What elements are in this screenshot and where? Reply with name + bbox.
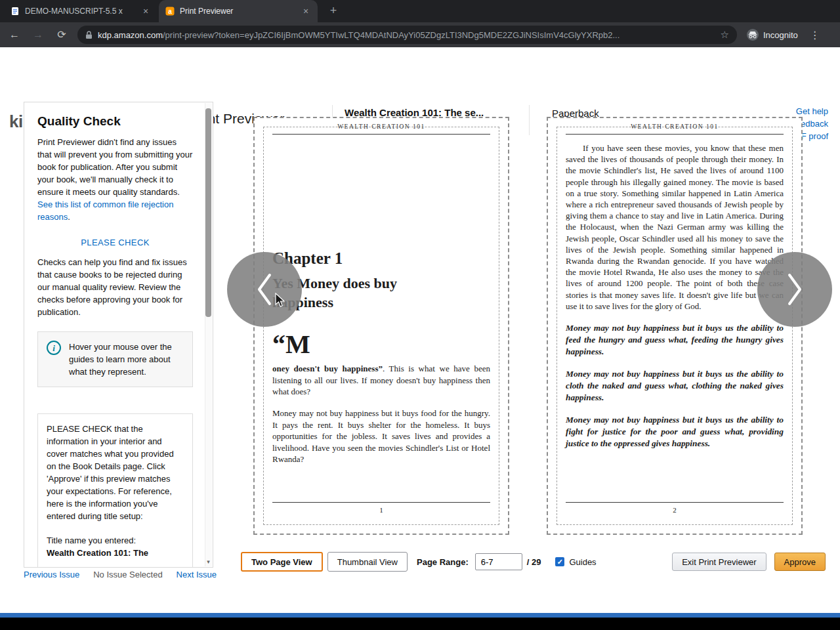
title-entered-label: Title name you entered: [47,534,184,547]
url-path: /print-preview?token=eyJpZCI6IjBmOWM5YTI… [163,30,620,40]
info-icon: i [47,341,61,355]
get-help-link[interactable]: Get help [742,105,828,117]
star-icon[interactable]: ☆ [721,29,729,41]
document-favicon-icon [10,7,20,16]
preview-toolbar: Two Page View Thumbnail View Page Range:… [241,551,826,572]
close-tab-icon[interactable]: × [140,6,151,16]
dropcap: “M [272,331,490,358]
hover-tip-text: Hover your mouse over the guides to lear… [69,341,184,378]
page-content: WEALTH CREATION 101 If you have seen the… [566,123,784,528]
rejection-reasons-link[interactable]: See this list of common file rejection r… [37,200,173,222]
screen: DEMO-MANUSCRIPT-5.5 x × a Print Previewe… [0,0,840,630]
url-text: kdp.amazon.com/print-preview?token=eyJpZ… [98,30,715,40]
body-paragraph: If you have seen these movies, you know … [566,142,784,312]
quote-paragraph: Money may not buy happiness but it buys … [566,414,784,450]
chevron-right-icon [782,271,808,308]
title-entered-value: Wealth Creation 101: The [47,547,184,559]
tab-demo-manuscript[interactable]: DEMO-MANUSCRIPT-5.5 x × [4,0,158,22]
incognito-icon [746,28,759,41]
intro-text: Print Previewer didn't find any issues t… [37,137,192,197]
back-icon[interactable]: ← [5,26,24,44]
chapter-title: Chapter 1 [272,249,490,268]
page-total: / 29 [527,557,541,567]
footer-black-area [0,618,840,630]
url-domain: kdp.amazon.com [98,30,163,40]
body-paragraph: oney doesn't buy happiness”. This is wha… [272,363,490,397]
previous-page-button[interactable] [227,252,302,327]
next-page-button[interactable] [757,252,832,327]
title-setup-text: PLEASE CHECK that the information in you… [47,423,184,522]
new-tab-button[interactable]: + [326,3,341,19]
title-setup-box: PLEASE CHECK that the information in you… [37,413,193,568]
foot-rule [272,502,490,503]
scrollbar-thumb[interactable] [205,108,211,317]
preview-page-right: WEALTH CREATION 101 If you have seen the… [547,117,803,535]
body-paragraph: Money may not buy happiness but it buys … [272,408,490,465]
running-head: WEALTH CREATION 101 [272,123,490,130]
page-number: 1 [272,506,490,514]
tab-title: DEMO-MANUSCRIPT-5.5 x [25,7,135,16]
approve-button[interactable]: Approve [774,553,826,571]
page-range-input[interactable] [475,553,522,570]
guides-checkbox[interactable]: ✓ [555,557,564,566]
tab-title: Print Previewer [180,7,295,16]
please-check-heading: PLEASE CHECK [37,238,193,247]
hover-tip-box: i Hover your mouse over the guides to le… [37,331,193,387]
page-range-label: Page Range: [417,557,469,567]
kdp-header: kindle direct publishing Print Previewer… [0,47,840,100]
quote-paragraph: Money may not buy happiness but it buys … [566,368,784,404]
browser-navbar: ← → ⟳ kdp.amazon.com/print-preview?token… [0,22,840,47]
page-number: 2 [566,506,784,514]
chapter-block: Chapter 1 Yes Money does buy happiness [272,249,490,312]
browser-tab-strip: DEMO-MANUSCRIPT-5.5 x × a Print Previewe… [0,0,840,22]
footer-blue-bar [0,613,840,618]
preview-page-left: WEALTH CREATION 101 Chapter 1 Yes Money … [253,117,509,535]
close-tab-icon[interactable]: × [301,6,311,16]
quality-check-intro: Print Previewer didn't find any issues t… [37,136,193,223]
three-dot-menu-icon[interactable]: ⋮ [807,29,823,41]
guides-label: Guides [569,557,596,567]
exit-print-previewer-button[interactable]: Exit Print Previewer [672,553,766,571]
head-rule [566,134,784,135]
thumbnail-view-button[interactable]: Thumbnail View [327,552,408,572]
scroll-down-icon[interactable]: ▾ [205,558,211,565]
foot-rule [566,502,784,503]
page-content: WEALTH CREATION 101 Chapter 1 Yes Money … [272,123,490,528]
issue-status: No Issue Selected [93,570,163,579]
svg-text:a: a [168,8,172,15]
quality-check-title: Quality Check [37,114,193,129]
paragraph-bold-lead: oney doesn't buy happiness” [272,364,383,373]
issue-navigation: Previous Issue No Issue Selected Next Is… [24,570,217,579]
previous-issue-link[interactable]: Previous Issue [24,570,79,579]
quality-check-panel: Quality Check Print Previewer didn't fin… [24,102,213,568]
quote-paragraph: Money may not buy happiness but it buys … [566,322,784,358]
page-footer: 1 [272,502,490,514]
running-head: WEALTH CREATION 101 [566,123,784,130]
reload-icon[interactable]: ⟳ [52,26,71,44]
page-footer: 2 [566,502,784,514]
url-bar[interactable]: kdp.amazon.com/print-preview?token=eyJpZ… [77,26,737,44]
tab-print-previewer[interactable]: a Print Previewer × [159,0,318,22]
forward-icon[interactable]: → [29,26,47,44]
next-issue-link[interactable]: Next Issue [177,570,217,579]
head-rule [272,134,490,135]
lock-icon [85,31,93,39]
intro-suffix: . [68,212,70,222]
header-divider [529,105,530,135]
chevron-left-icon [251,271,278,308]
checks-description: Checks can help you find and fix issues … [37,256,193,318]
incognito-label: Incognito [763,30,798,40]
sidebar-scrollbar[interactable]: ▾ [205,103,212,566]
kdp-favicon-icon: a [165,7,175,16]
incognito-badge[interactable]: Incognito [746,28,798,41]
two-page-view-button[interactable]: Two Page View [241,552,323,572]
